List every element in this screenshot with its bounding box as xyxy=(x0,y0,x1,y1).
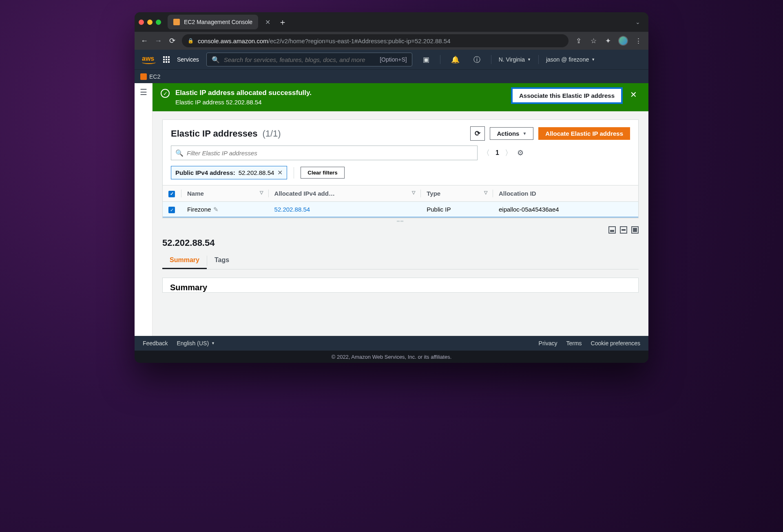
tab-tags[interactable]: Tags xyxy=(207,252,237,269)
success-banner: ✓ Elastic IP address allocated successfu… xyxy=(153,83,648,111)
table-row[interactable]: ✓ Firezone✎ 52.202.88.54 Public IP eipal… xyxy=(163,201,638,218)
detail-panel: 52.202.88.54 Summary Tags Summary xyxy=(153,236,648,299)
banner-close-icon[interactable]: ✕ xyxy=(627,89,640,100)
address-bar[interactable]: 🔒 console.aws.amazon.com/ec2/v2/home?reg… xyxy=(182,34,568,47)
copyright-footer: © 2022, Amazon Web Services, Inc. or its… xyxy=(135,351,648,363)
aws-footer: Feedback English (US)▼ Privacy Terms Coo… xyxy=(135,336,648,351)
panel-title: Elastic IP addresses xyxy=(171,128,257,139)
view-bottom-icon[interactable] xyxy=(608,226,616,234)
col-name[interactable]: Name▽ xyxy=(181,185,269,202)
chrome-menu-icon[interactable]: ⋮ xyxy=(634,37,643,45)
service-breadcrumb-bar: EC2 xyxy=(135,69,648,83)
forward-button[interactable]: → xyxy=(154,37,162,45)
page-next-button[interactable]: 〉 xyxy=(505,148,512,158)
summary-subpanel: Summary xyxy=(162,278,639,293)
clear-filters-button[interactable]: Clear filters xyxy=(301,167,344,179)
copyright-text: © 2022, Amazon Web Services, Inc. or its… xyxy=(332,354,452,360)
close-tab-icon[interactable]: ✕ xyxy=(261,18,274,26)
refresh-icon: ⟳ xyxy=(475,129,480,138)
aws-top-nav: aws Services 🔍 [Option+S] ▣ 🔔 ⓘ N. Virgi… xyxy=(135,50,648,69)
url-text: console.aws.amazon.com/ec2/v2/home?regio… xyxy=(198,38,451,44)
eip-table: ✓ Name▽ Allocated IPv4 add…▽ Type▽ Alloc… xyxy=(163,185,638,218)
row-checkbox[interactable]: ✓ xyxy=(168,207,175,213)
window-zoom-icon[interactable] xyxy=(156,20,161,25)
col-type[interactable]: Type▽ xyxy=(421,185,493,202)
feedback-link[interactable]: Feedback xyxy=(143,340,168,347)
pagination: 〈 1 〉 xyxy=(482,148,512,158)
back-button[interactable]: ← xyxy=(140,37,148,45)
service-chip-ec2[interactable]: EC2 xyxy=(140,73,160,80)
browser-tab[interactable]: EC2 Management Console xyxy=(168,15,258,29)
sidebar-collapsed: ☰ xyxy=(135,83,153,336)
panel-count: (1/1) xyxy=(262,128,281,139)
share-icon[interactable]: ⇪ xyxy=(574,37,583,45)
filter-chip[interactable]: Public IPv4 address:52.202.88.54✕ xyxy=(171,166,287,179)
account-menu[interactable]: jason @ firezone▼ xyxy=(546,56,595,63)
cell-ip-link[interactable]: 52.202.88.54 xyxy=(274,206,310,213)
help-icon[interactable]: ⓘ xyxy=(470,53,484,66)
services-label[interactable]: Services xyxy=(177,56,199,63)
window-close-icon[interactable] xyxy=(139,20,144,25)
cloudshell-icon[interactable]: ▣ xyxy=(420,54,433,66)
content-area: ☰ ✓ Elastic IP address allocated success… xyxy=(135,83,648,336)
view-split-icon[interactable] xyxy=(620,226,627,234)
main-content: ✓ Elastic IP address allocated successfu… xyxy=(153,83,648,336)
tab-summary[interactable]: Summary xyxy=(162,252,207,269)
col-alloc[interactable]: Allocation ID xyxy=(493,185,638,202)
lock-icon: 🔒 xyxy=(188,38,194,44)
detail-tabs: Summary Tags xyxy=(162,252,639,269)
services-grid-icon[interactable] xyxy=(163,56,170,63)
language-selector[interactable]: English (US)▼ xyxy=(177,340,215,347)
ec2-service-icon xyxy=(140,73,147,80)
browser-window: EC2 Management Console ✕ ＋ ⌄ ← → ⟳ 🔒 con… xyxy=(135,12,648,363)
profile-avatar[interactable] xyxy=(618,36,628,46)
page-prev-button[interactable]: 〈 xyxy=(482,148,490,158)
cell-type: Public IP xyxy=(421,201,493,218)
refresh-button[interactable]: ⟳ xyxy=(470,126,485,141)
table-settings-icon[interactable]: ⚙ xyxy=(517,148,524,157)
cell-name: Firezone xyxy=(187,206,211,213)
aws-search[interactable]: 🔍 [Option+S] xyxy=(206,53,412,66)
edit-name-icon[interactable]: ✎ xyxy=(213,206,219,213)
banner-subtitle: Elastic IP address 52.202.88.54 xyxy=(175,99,507,106)
page-number: 1 xyxy=(495,149,499,157)
aws-logo[interactable]: aws xyxy=(142,55,156,64)
terms-link[interactable]: Terms xyxy=(566,340,582,347)
chrome-tab-strip: EC2 Management Console ✕ ＋ ⌄ xyxy=(135,12,648,32)
detail-title: 52.202.88.54 xyxy=(162,238,639,248)
aws-search-input[interactable] xyxy=(224,56,376,63)
associate-eip-button[interactable]: Associate this Elastic IP address xyxy=(513,89,621,102)
eip-panel: Elastic IP addresses (1/1) ⟳ Actions▼ Al… xyxy=(162,119,639,218)
reload-button[interactable]: ⟳ xyxy=(168,36,176,45)
allocate-eip-button[interactable]: Allocate Elastic IP address xyxy=(538,127,630,140)
sidebar-toggle-icon[interactable]: ☰ xyxy=(140,87,147,336)
search-icon: 🔍 xyxy=(175,149,184,157)
filter-input-wrapper[interactable]: 🔍 xyxy=(171,146,478,160)
tab-overflow-icon[interactable]: ⌄ xyxy=(631,16,644,28)
summary-heading: Summary xyxy=(170,283,631,292)
detail-view-toggles xyxy=(153,224,648,236)
tab-title: EC2 Management Console xyxy=(184,19,252,25)
notifications-icon[interactable]: 🔔 xyxy=(448,54,463,66)
search-icon: 🔍 xyxy=(212,56,220,64)
new-tab-button[interactable]: ＋ xyxy=(277,17,288,28)
window-controls xyxy=(139,20,164,25)
cell-alloc: eipalloc-05a45436ae4 xyxy=(493,201,638,218)
chip-remove-icon[interactable]: ✕ xyxy=(277,169,283,177)
actions-dropdown[interactable]: Actions▼ xyxy=(490,127,533,140)
bookmark-icon[interactable]: ☆ xyxy=(589,37,598,45)
chrome-toolbar: ← → ⟳ 🔒 console.aws.amazon.com/ec2/v2/ho… xyxy=(135,32,648,50)
select-all-checkbox[interactable]: ✓ xyxy=(168,191,175,197)
window-minimize-icon[interactable] xyxy=(147,20,153,25)
aws-favicon-icon xyxy=(173,19,180,25)
extensions-icon[interactable]: ✦ xyxy=(604,37,613,45)
privacy-link[interactable]: Privacy xyxy=(539,340,557,347)
filter-input[interactable] xyxy=(187,150,473,157)
success-check-icon: ✓ xyxy=(161,89,170,98)
search-shortcut: [Option+S] xyxy=(380,56,407,63)
cookies-link[interactable]: Cookie preferences xyxy=(591,340,640,347)
panel-splitter[interactable]: ══ xyxy=(153,220,648,222)
region-selector[interactable]: N. Virginia▼ xyxy=(499,56,531,63)
col-ip[interactable]: Allocated IPv4 add…▽ xyxy=(269,185,421,202)
view-full-icon[interactable] xyxy=(631,226,639,234)
